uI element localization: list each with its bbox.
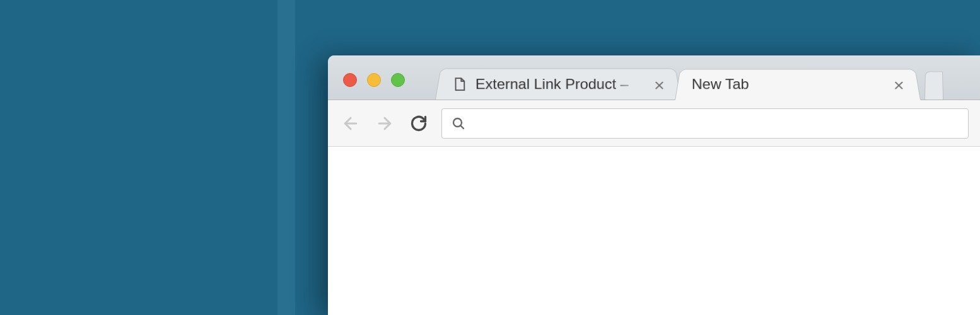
close-window-button[interactable] xyxy=(343,73,357,87)
titlebar: External Link Product – New Tab xyxy=(328,55,980,100)
tab-title: New Tab xyxy=(692,76,887,92)
tab-title: External Link Product – xyxy=(475,76,647,93)
page-content xyxy=(328,147,980,315)
window-controls xyxy=(343,73,405,87)
tab-stub[interactable] xyxy=(925,71,943,100)
background-divider xyxy=(277,0,295,315)
close-tab-icon[interactable] xyxy=(653,78,666,90)
address-input[interactable] xyxy=(472,115,959,132)
toolbar xyxy=(328,100,980,147)
minimize-window-button[interactable] xyxy=(367,73,381,87)
file-icon xyxy=(452,77,467,91)
reload-button[interactable] xyxy=(407,112,430,135)
tab-strip: External Link Product – New Tab xyxy=(435,55,943,100)
maximize-window-button[interactable] xyxy=(391,73,405,87)
close-tab-icon[interactable] xyxy=(893,78,906,90)
search-icon xyxy=(451,116,466,131)
forward-button[interactable] xyxy=(373,112,396,135)
tab-inactive[interactable]: External Link Product – xyxy=(435,69,681,100)
back-button[interactable] xyxy=(339,112,362,135)
browser-window: External Link Product – New Tab xyxy=(328,55,980,315)
tab-active[interactable]: New Tab xyxy=(675,69,921,100)
address-bar[interactable] xyxy=(441,108,969,139)
